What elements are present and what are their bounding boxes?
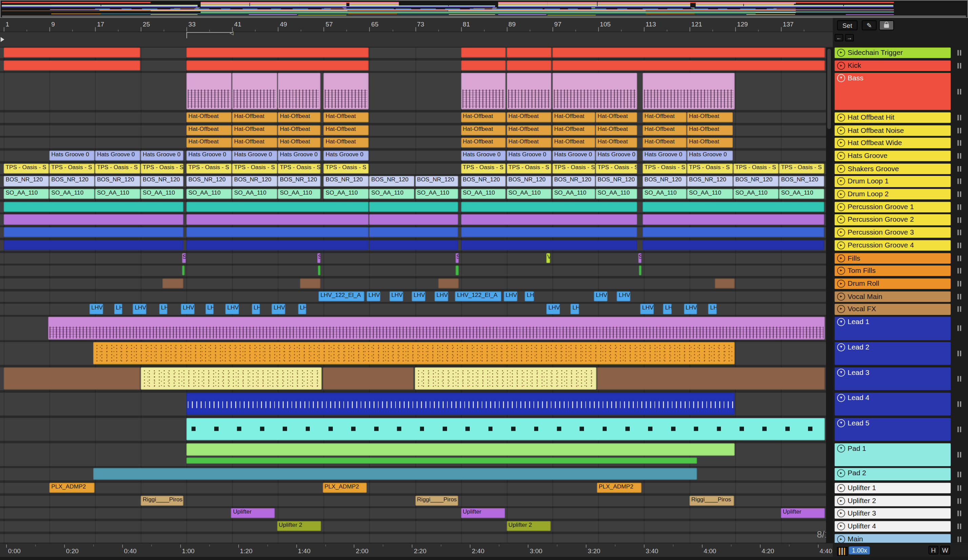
clip-drum-loop-1[interactable]: BOS_NR_120: [324, 176, 369, 186]
clip-hat-offbeat-noise[interactable]: Hat-Offbeat: [552, 125, 595, 135]
clip-drum-loop-2[interactable]: SO_AA_110: [324, 189, 369, 199]
clip-fills[interactable]: S: [456, 253, 459, 263]
clip-drum-loop-1[interactable]: BOS_NR_120: [779, 176, 824, 186]
clip-vocal-main[interactable]: LHV: [390, 291, 403, 302]
vertical-scrollbar-handle[interactable]: [827, 49, 831, 129]
clip-shakers-groove[interactable]: TPS - Oasis - S: [596, 163, 638, 174]
clip-vocal-fx[interactable]: LHV: [181, 304, 194, 314]
clip-hats-groove[interactable]: Hats Groove 0: [186, 151, 232, 161]
clip-percussion-groove-1[interactable]: [370, 202, 458, 212]
clip-drum-loop-1[interactable]: BOS_NR_120: [687, 176, 733, 186]
lock-button[interactable]: [879, 20, 894, 30]
track-header-lead-5[interactable]: ▾Lead 5: [835, 418, 951, 441]
clip-shakers-groove[interactable]: TPS - Oasis - S: [50, 163, 94, 174]
play-icon[interactable]: ▸: [837, 267, 845, 275]
clip-sidechain-trigger[interactable]: [507, 48, 552, 58]
clip-drum-loop-2[interactable]: SO_AA_110: [461, 189, 506, 199]
clip-shakers-groove[interactable]: TPS - Oasis - S: [141, 163, 184, 174]
clip-percussion-groove-1[interactable]: [461, 202, 638, 212]
fold-height-button[interactable]: H: [928, 546, 938, 554]
clip-drum-loop-2[interactable]: SO_AA_110: [733, 189, 779, 199]
clip-hats-groove[interactable]: Hats Groove 0: [643, 151, 686, 161]
clip-drum-loop-2[interactable]: SO_AA_110: [95, 189, 140, 199]
clip-bass[interactable]: [552, 73, 638, 109]
clip-hat-offbeat-hit[interactable]: Hat-Offbeat: [186, 112, 232, 123]
clip-hat-offbeat-noise[interactable]: Hat-Offbeat: [278, 125, 321, 135]
play-icon[interactable]: ▸: [837, 280, 845, 288]
clip-drum-roll[interactable]: [714, 278, 734, 288]
clip-hat-offbeat-noise[interactable]: Hat-Offbeat: [507, 125, 552, 135]
fold-icon[interactable]: ▾: [837, 368, 845, 377]
clip-shakers-groove[interactable]: TPS - Oasis - S: [552, 163, 595, 174]
track-header-fills[interactable]: ▸Fills: [835, 253, 951, 264]
play-icon[interactable]: ▸: [837, 139, 845, 147]
clip-shakers-groove[interactable]: TPS - Oasis - S: [507, 163, 552, 174]
clip-hat-offbeat-hit[interactable]: Hat-Offbeat: [232, 112, 277, 123]
clip-drum-loop-1[interactable]: BOS_NR_120: [4, 176, 49, 186]
clip-uplifter-2[interactable]: Riggi____Piros: [415, 495, 458, 506]
back-arrow-button[interactable]: ←: [835, 34, 843, 41]
track-header-lead-3[interactable]: ▾Lead 3: [835, 367, 951, 390]
clip-vocal-fx[interactable]: LHV: [114, 304, 123, 314]
clip-pad-1[interactable]: [186, 443, 734, 456]
clip-hat-offbeat-wide[interactable]: Hat-Offbeat: [687, 138, 733, 148]
clip-percussion-groove-1[interactable]: [186, 202, 368, 212]
clip-tom-fills[interactable]: [318, 266, 321, 276]
clip-kick[interactable]: [4, 60, 140, 71]
clip-vocal-fx[interactable]: LHV: [90, 304, 103, 314]
play-icon[interactable]: ▸: [837, 215, 845, 224]
play-icon[interactable]: ▸: [837, 522, 845, 530]
clip-vocal-fx[interactable]: LHV: [547, 304, 560, 314]
pencil-button[interactable]: ✎: [862, 20, 877, 30]
clip-drum-loop-1[interactable]: BOS_NR_120: [186, 176, 232, 186]
clip-kick[interactable]: [507, 60, 552, 71]
clip-percussion-groove-4[interactable]: [4, 240, 184, 250]
clip-fills[interactable]: S: [638, 253, 641, 263]
play-icon[interactable]: ▸: [837, 484, 845, 492]
clip-hat-offbeat-hit[interactable]: Hat-Offbeat: [596, 112, 638, 123]
clip-hat-offbeat-noise[interactable]: Hat-Offbeat: [324, 125, 369, 135]
clip-percussion-groove-3[interactable]: [186, 227, 368, 237]
clip-hat-offbeat-hit[interactable]: Hat-Offbeat: [643, 112, 686, 123]
clip-uplifter-1[interactable]: PLX_ADMP2: [323, 483, 367, 493]
clip-drum-loop-1[interactable]: BOS_NR_120: [415, 176, 458, 186]
clip-percussion-groove-4[interactable]: [643, 240, 824, 250]
track-header-vocal-fx[interactable]: ▸Vocal FX: [835, 304, 951, 315]
play-icon[interactable]: ▸: [837, 190, 845, 198]
fold-icon[interactable]: ▾: [837, 74, 845, 82]
clip-hat-offbeat-hit[interactable]: Hat-Offbeat: [507, 112, 552, 123]
clip-drum-loop-2[interactable]: SO_AA_110: [278, 189, 321, 199]
clip-drum-loop-1[interactable]: BOS_NR_120: [232, 176, 277, 186]
track-header-percussion-groove-1[interactable]: ▸Percussion Groove 1: [835, 202, 951, 212]
clip-lead-4[interactable]: [186, 393, 734, 415]
clip-bass[interactable]: [232, 73, 277, 109]
clip-drum-roll[interactable]: [438, 278, 458, 288]
track-header-uplifter-4[interactable]: ▸Uplifter 4: [835, 521, 951, 532]
clip-vocal-fx[interactable]: LHV: [206, 304, 214, 314]
clip-vocal-fx[interactable]: LHV: [684, 304, 697, 314]
clip-drum-loop-1[interactable]: BOS_NR_120: [552, 176, 595, 186]
clip-vocal-main[interactable]: LHV: [367, 291, 380, 302]
clip-shakers-groove[interactable]: TPS - Oasis - S: [324, 163, 369, 174]
clip-vocal-main[interactable]: LHV: [525, 291, 534, 302]
fold-icon[interactable]: ▾: [837, 394, 845, 402]
clip-bass[interactable]: [278, 73, 321, 109]
clip-bass[interactable]: [461, 73, 506, 109]
clip-drum-loop-2[interactable]: SO_AA_110: [507, 189, 552, 199]
clip-drum-loop-1[interactable]: BOS_NR_120: [643, 176, 686, 186]
clip-shakers-groove[interactable]: TPS - Oasis - S: [461, 163, 506, 174]
clip-shakers-groove[interactable]: TPS - Oasis - S: [95, 163, 140, 174]
clip-hat-offbeat-noise[interactable]: Hat-Offbeat: [687, 125, 733, 135]
clip-percussion-groove-2[interactable]: [4, 215, 184, 225]
track-header-hat-offbeat-noise[interactable]: ▸Hat Offbeat Noise: [835, 125, 951, 136]
clip-hat-offbeat-wide[interactable]: Hat-Offbeat: [507, 138, 552, 148]
clip-vocal-main[interactable]: LHV_122_EI_A: [318, 291, 364, 302]
clip-drum-loop-2[interactable]: SO_AA_110: [643, 189, 686, 199]
track-header-hats-groove[interactable]: ▸Hats Groove: [835, 151, 951, 161]
clip-hats-groove[interactable]: Hats Groove 0: [141, 151, 184, 161]
clip-hat-offbeat-noise[interactable]: Hat-Offbeat: [596, 125, 638, 135]
track-header-drum-loop-1[interactable]: ▸Drum Loop 1: [835, 176, 951, 187]
fold-icon[interactable]: ▾: [837, 419, 845, 427]
clip-hat-offbeat-hit[interactable]: Hat-Offbeat: [687, 112, 733, 123]
clip-drum-loop-2[interactable]: SO_AA_110: [779, 189, 824, 199]
